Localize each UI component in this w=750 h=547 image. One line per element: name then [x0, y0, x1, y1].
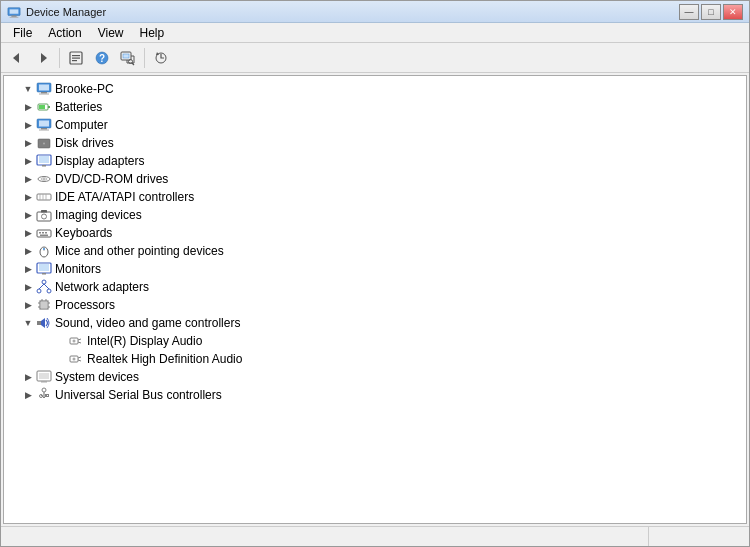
window-controls: — □ ✕ — [679, 4, 743, 20]
svg-point-42 — [42, 214, 47, 219]
svg-rect-68 — [37, 321, 41, 325]
expander-15[interactable]: ▶ — [20, 369, 36, 385]
svg-point-75 — [73, 358, 76, 361]
title-bar-left: Device Manager — [7, 5, 106, 19]
tree-item[interactable]: ▶Universal Serial Bus controllers — [4, 386, 746, 404]
svg-marker-4 — [13, 53, 19, 63]
svg-rect-2 — [11, 15, 16, 16]
maximize-button[interactable]: □ — [701, 4, 721, 20]
node-icon-9 — [36, 261, 52, 277]
svg-rect-20 — [39, 94, 49, 95]
node-label-14: Realtek High Definition Audio — [87, 352, 242, 366]
node-label-9: Monitors — [55, 262, 101, 276]
node-label-16: Universal Serial Bus controllers — [55, 388, 222, 402]
svg-marker-69 — [41, 318, 45, 328]
node-icon-14 — [68, 351, 84, 367]
node-label-2: Disk drives — [55, 136, 114, 150]
node-icon-0 — [36, 99, 52, 115]
svg-point-51 — [43, 248, 45, 250]
svg-rect-27 — [39, 130, 49, 131]
status-panel-2 — [649, 527, 749, 546]
tree-item[interactable]: ▶Keyboards — [4, 224, 746, 242]
tree-root[interactable]: ▼ Brooke-PC — [4, 80, 746, 98]
svg-rect-54 — [42, 273, 46, 275]
device-tree[interactable]: ▼ Brooke-PC ▶Batteries▶Computer▶Disk dri… — [3, 75, 747, 524]
toolbar-separator-2 — [144, 48, 145, 68]
svg-rect-25 — [39, 121, 49, 127]
node-icon-2 — [36, 135, 52, 151]
tree-item[interactable]: ▶Disk drives — [4, 134, 746, 152]
svg-rect-9 — [72, 60, 77, 61]
tree-item[interactable]: ▶System devices — [4, 368, 746, 386]
node-label-0: Batteries — [55, 100, 102, 114]
expander-10[interactable]: ▶ — [20, 279, 36, 295]
expander-4[interactable]: ▶ — [20, 171, 36, 187]
tree-item[interactable]: ▶Network adapters — [4, 278, 746, 296]
node-icon-10 — [36, 279, 52, 295]
node-icon-3 — [36, 153, 52, 169]
expander-9[interactable]: ▶ — [20, 261, 36, 277]
properties-button[interactable] — [64, 46, 88, 70]
node-icon-4 — [36, 171, 52, 187]
tree-item[interactable]: ▶Display adapters — [4, 152, 746, 170]
menu-item-view[interactable]: View — [90, 24, 132, 42]
expander-16[interactable]: ▶ — [20, 387, 36, 403]
toolbar: ? — [1, 43, 749, 73]
expander-6[interactable]: ▶ — [20, 207, 36, 223]
tree-item[interactable]: ▶Processors — [4, 296, 746, 314]
status-panel-1 — [1, 527, 649, 546]
tree-item[interactable]: ▶Imaging devices — [4, 206, 746, 224]
back-button[interactable] — [5, 46, 29, 70]
tree-item[interactable]: Intel(R) Display Audio — [4, 332, 746, 350]
root-expander[interactable]: ▼ — [20, 81, 36, 97]
expander-1[interactable]: ▶ — [20, 117, 36, 133]
menu-item-help[interactable]: Help — [132, 24, 173, 42]
svg-rect-7 — [72, 55, 80, 56]
svg-rect-46 — [42, 232, 44, 234]
pc-icon — [36, 81, 52, 97]
svg-point-55 — [42, 280, 46, 284]
tree-item[interactable]: ▶Computer — [4, 116, 746, 134]
svg-line-59 — [44, 284, 49, 289]
update-driver-button[interactable] — [149, 46, 173, 70]
svg-rect-23 — [39, 105, 45, 109]
node-icon-6 — [36, 207, 52, 223]
expander-12[interactable]: ▼ — [20, 315, 36, 331]
expander-8[interactable]: ▶ — [20, 243, 36, 259]
svg-rect-61 — [41, 302, 47, 308]
tree-item[interactable]: ▶DVD/CD-ROM drives — [4, 170, 746, 188]
svg-rect-80 — [41, 381, 47, 383]
svg-rect-22 — [48, 106, 50, 108]
expander-0[interactable]: ▶ — [20, 99, 36, 115]
svg-rect-3 — [10, 16, 19, 17]
forward-button[interactable] — [31, 46, 55, 70]
svg-rect-41 — [37, 212, 51, 221]
expander-11[interactable]: ▶ — [20, 297, 36, 313]
menu-item-action[interactable]: Action — [40, 24, 89, 42]
tree-item[interactable]: ▶Monitors — [4, 260, 746, 278]
node-label-5: IDE ATA/ATAPI controllers — [55, 190, 194, 204]
svg-rect-53 — [39, 264, 49, 271]
tree-item[interactable]: Realtek High Definition Audio — [4, 350, 746, 368]
tree-item[interactable]: ▶IDE ATA/ATAPI controllers — [4, 188, 746, 206]
expander-2[interactable]: ▶ — [20, 135, 36, 151]
svg-marker-5 — [41, 53, 47, 63]
svg-rect-18 — [39, 85, 49, 91]
svg-rect-45 — [39, 232, 41, 234]
close-button[interactable]: ✕ — [723, 4, 743, 20]
expander-7[interactable]: ▶ — [20, 225, 36, 241]
svg-rect-43 — [41, 210, 47, 213]
menu-item-file[interactable]: File — [5, 24, 40, 42]
help-button[interactable]: ? — [90, 46, 114, 70]
svg-line-58 — [39, 284, 44, 289]
minimize-button[interactable]: — — [679, 4, 699, 20]
window-title: Device Manager — [26, 6, 106, 18]
tree-item[interactable]: ▶Batteries — [4, 98, 746, 116]
expander-3[interactable]: ▶ — [20, 153, 36, 169]
svg-point-81 — [42, 388, 46, 392]
scan-button[interactable] — [116, 46, 140, 70]
svg-rect-26 — [41, 128, 47, 130]
expander-5[interactable]: ▶ — [20, 189, 36, 205]
tree-item[interactable]: ▶Mice and other pointing devices — [4, 242, 746, 260]
tree-item[interactable]: ▼Sound, video and game controllers — [4, 314, 746, 332]
